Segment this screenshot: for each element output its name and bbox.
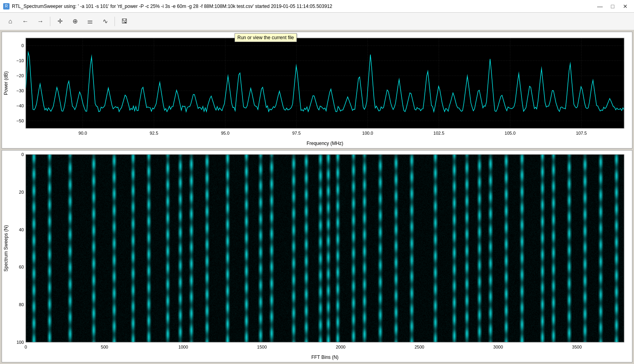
toolbar: ⌂ ← → ✛ ⊕ ⚌ ∿ 🖫 Run or view the current … (0, 13, 634, 30)
chart-button[interactable]: ∿ (98, 15, 112, 28)
back-button[interactable]: ← (18, 15, 32, 28)
maximize-button[interactable]: □ (607, 2, 618, 11)
toolbar-separator-1 (50, 17, 50, 26)
zoom-button[interactable]: ⊕ (68, 15, 82, 28)
app-icon: R (3, 3, 10, 10)
home-icon: ⌂ (8, 18, 12, 25)
toolbar-separator-2 (115, 17, 115, 26)
save-button[interactable]: 🖫 (117, 15, 132, 28)
home-button[interactable]: ⌂ (3, 15, 17, 28)
forward-button[interactable]: → (33, 15, 48, 28)
close-button[interactable]: ✕ (620, 2, 631, 11)
tooltip: Run or view the current file (235, 33, 297, 42)
back-icon: ← (22, 18, 29, 25)
pan-icon: ✛ (57, 17, 63, 25)
title-bar-left: R RTL_SpectrumSweeper using: ' -a 101 -s… (3, 3, 332, 10)
minimize-button[interactable]: — (594, 2, 605, 11)
spectrum-canvas[interactable] (2, 32, 632, 148)
spectrum-chart-wrapper[interactable] (2, 32, 632, 149)
waterfall-canvas[interactable] (2, 151, 632, 362)
tooltip-text: Run or view the current file (237, 35, 294, 40)
zoom-icon: ⊕ (73, 17, 78, 25)
save-icon: 🖫 (121, 18, 128, 25)
title-bar: R RTL_SpectrumSweeper using: ' -a 101 -s… (0, 0, 634, 13)
window-controls[interactable]: — □ ✕ (594, 2, 631, 11)
window-title: RTL_SpectrumSweeper using: ' -a 101 -s 1… (12, 4, 332, 9)
main-content (0, 30, 634, 364)
pan-button[interactable]: ✛ (53, 15, 67, 28)
settings-icon: ⚌ (87, 17, 93, 25)
forward-icon: → (37, 18, 44, 25)
chart-icon: ∿ (103, 17, 108, 25)
settings-button[interactable]: ⚌ (83, 15, 97, 28)
waterfall-chart-wrapper[interactable] (2, 150, 632, 362)
